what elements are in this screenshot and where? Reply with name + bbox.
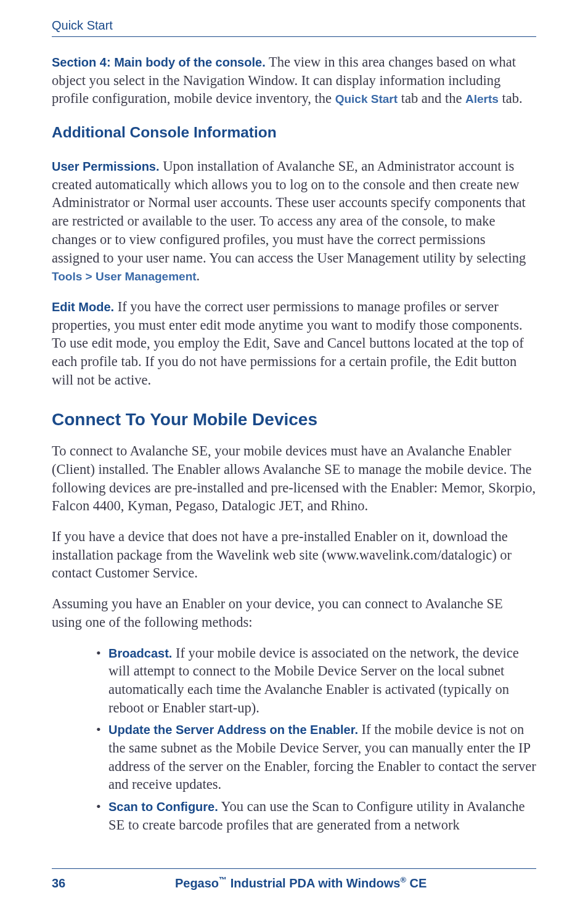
page-footer: 36 Pegaso™ Industrial PDA with Windows® …: [52, 868, 536, 891]
user-permissions-lead: User Permissions.: [52, 160, 160, 173]
trademark-symbol: ™: [219, 875, 227, 884]
edit-mode-lead: Edit Mode.: [52, 300, 114, 314]
methods-list: Broadcast. If your mobile device is asso…: [52, 644, 536, 834]
heading-additional-console-information: Additional Console Information: [52, 124, 536, 141]
user-permissions-paragraph: User Permissions. Upon installation of A…: [52, 157, 536, 285]
ui-quick-start-tab: Quick Start: [335, 92, 398, 105]
page-number: 36: [52, 876, 65, 891]
list-item: Broadcast. If your mobile device is asso…: [96, 644, 536, 717]
edit-mode-body: If you have the correct user permissions…: [52, 299, 524, 388]
section4-lead: Section 4: Main body of the console.: [52, 55, 266, 69]
heading-connect-to-your-mobile-devices: Connect To Your Mobile Devices: [52, 410, 536, 430]
book-title-b: Industrial PDA with Windows: [227, 876, 400, 890]
book-title-c: CE: [406, 876, 427, 890]
section4-paragraph: Section 4: Main body of the console. The…: [52, 53, 536, 108]
enabler-download-paragraph: If you have a device that does not have …: [52, 528, 536, 582]
bullet-scan-configure-lead: Scan to Configure.: [108, 800, 218, 813]
section4-body-b: tab and the: [398, 91, 465, 106]
ui-tools-user-management: Tools > User Management: [52, 270, 197, 283]
user-permissions-body-b: .: [197, 268, 200, 283]
book-title-a: Pegaso: [175, 876, 219, 890]
bullet-update-server-lead: Update the Server Address on the Enabler…: [108, 723, 358, 736]
running-header: Quick Start: [52, 18, 536, 37]
ui-alerts-tab: Alerts: [465, 92, 499, 105]
bullet-broadcast-lead: Broadcast.: [108, 646, 172, 660]
section4-body-c: tab.: [499, 91, 523, 106]
list-item: Update the Server Address on the Enabler…: [96, 720, 536, 794]
page: Quick Start Section 4: Main body of the …: [0, 0, 588, 909]
connect-paragraph: To connect to Avalanche SE, your mobile …: [52, 442, 536, 515]
registered-symbol: ®: [400, 875, 406, 884]
assume-enabler-paragraph: Assuming you have an Enabler on your dev…: [52, 595, 536, 631]
book-title: Pegaso™ Industrial PDA with Windows® CE: [175, 875, 427, 891]
list-item: Scan to Configure. You can use the Scan …: [96, 797, 536, 834]
edit-mode-paragraph: Edit Mode. If you have the correct user …: [52, 298, 536, 389]
user-permissions-body-a: Upon installation of Avalanche SE, an Ad…: [52, 158, 526, 265]
